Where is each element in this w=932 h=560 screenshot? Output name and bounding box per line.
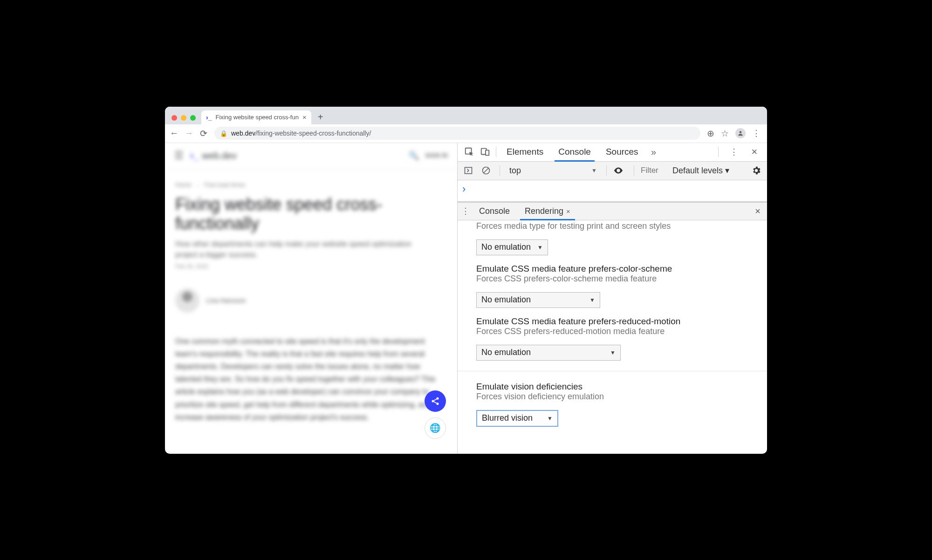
signin-link[interactable]: SIGN IN (425, 152, 448, 159)
prefers-reduced-motion-title: Emulate CSS media feature prefers-reduce… (476, 316, 748, 327)
search-icon[interactable]: 🔍 (409, 150, 419, 161)
console-prompt-icon: › (462, 183, 466, 195)
logo-mark-icon: ›_ (190, 150, 199, 162)
prefers-color-scheme-select[interactable]: No emulation ▼ (476, 292, 600, 308)
rendering-panel: Forces media type for testing print and … (458, 220, 767, 454)
install-icon[interactable]: ⊕ (707, 128, 714, 139)
page-subtitle: How other departments can help make your… (175, 239, 418, 260)
site-logo[interactable]: ›_ web.dev (190, 150, 237, 162)
tab-sources[interactable]: Sources (598, 143, 646, 161)
reload-button[interactable]: ⟳ (199, 128, 208, 139)
console-toolbar: top ▼ Default levels ▾ (458, 162, 767, 180)
new-tab-button[interactable]: + (314, 110, 327, 124)
tab-title: Fixing website speed cross-fun (215, 114, 298, 121)
drawer-tab-console[interactable]: Console (473, 203, 516, 220)
vision-deficiency-select[interactable]: Blurred vision ▼ (476, 410, 558, 427)
author-name: Lina Hansson (206, 297, 246, 304)
page-title: Fixing website speed cross-functionally (175, 195, 447, 233)
window-zoom-button[interactable] (190, 115, 196, 121)
article: Home › Fast load times Fixing website sp… (165, 169, 457, 436)
prefers-color-scheme-value: No emulation (481, 295, 531, 305)
window-minimize-button[interactable] (181, 115, 186, 121)
profile-button[interactable] (735, 128, 746, 138)
drawer-tab-rendering-label: Rendering (525, 206, 563, 216)
media-type-desc: Forces media type for testing print and … (476, 221, 748, 231)
author-avatar (175, 288, 199, 313)
vision-deficiency-value: Blurred vision (482, 413, 533, 423)
browser-menu-button[interactable]: ⋮ (752, 128, 761, 138)
url-host: web.dev (231, 130, 255, 137)
drawer-menu-button[interactable]: ⋮ (460, 206, 471, 216)
share-fab[interactable] (425, 390, 446, 412)
forward-button[interactable]: → (185, 128, 193, 138)
drawer-tabs: ⋮ Console Rendering × × (458, 203, 767, 220)
window-close-button[interactable] (171, 115, 177, 121)
more-tabs-icon[interactable]: » (646, 147, 662, 157)
live-expression-icon[interactable] (613, 165, 627, 176)
vision-deficiency-title: Emulate vision deficiencies (476, 382, 748, 392)
translate-fab[interactable]: 🌐 (425, 417, 446, 439)
console-settings-icon[interactable] (751, 165, 763, 176)
console-output[interactable]: › (458, 180, 767, 203)
context-value: top (509, 166, 521, 176)
content-split: ☰ ›_ web.dev 🔍 SIGN IN Home › Fast load … (165, 143, 767, 454)
execution-context-select[interactable]: top ▼ (507, 164, 600, 177)
address-bar: ← → ⟳ 🔒 web.dev/fixing-website-speed-cro… (165, 124, 767, 143)
close-tab-icon[interactable]: × (566, 207, 570, 215)
back-button[interactable]: ← (170, 128, 178, 138)
tab-close-button[interactable]: × (302, 113, 307, 121)
svg-rect-6 (486, 150, 489, 155)
tab-strip: ›_ Fixing website speed cross-fun × + (165, 107, 767, 124)
prefers-color-scheme-desc: Forces CSS prefers-color-scheme media fe… (476, 274, 748, 284)
tab-elements[interactable]: Elements (499, 143, 551, 161)
inspect-element-icon[interactable] (461, 147, 477, 157)
media-type-value: No emulation (481, 242, 531, 252)
browser-tab[interactable]: ›_ Fixing website speed cross-fun × (201, 110, 311, 124)
chevron-down-icon: ▼ (610, 349, 616, 356)
console-sidebar-toggle-icon[interactable] (461, 166, 475, 175)
drawer-tab-rendering[interactable]: Rendering × (518, 203, 577, 220)
crumb-home[interactable]: Home (175, 181, 192, 188)
breadcrumb: Home › Fast load times (175, 181, 447, 188)
devtools-panel: Elements Console Sources » ⋮ × (458, 143, 767, 454)
toolbar-right: ⊕ ☆ ⋮ (707, 128, 762, 139)
devtools-menu-button[interactable]: ⋮ (726, 147, 742, 157)
omnibox[interactable]: 🔒 web.dev/fixing-website-speed-cross-fun… (214, 127, 700, 140)
site-header: ☰ ›_ web.dev 🔍 SIGN IN (165, 143, 457, 169)
prefers-reduced-motion-desc: Forces CSS prefers-reduced-motion media … (476, 327, 748, 336)
favicon-icon: ›_ (206, 114, 212, 121)
window-controls (170, 115, 199, 124)
chevron-down-icon: ▼ (589, 297, 595, 303)
webpage-viewport: ☰ ›_ web.dev 🔍 SIGN IN Home › Fast load … (165, 143, 458, 454)
device-toolbar-icon[interactable] (477, 147, 493, 157)
site-name: web.dev (202, 150, 237, 161)
svg-point-0 (740, 131, 742, 133)
vision-deficiency-desc: Forces vision deficiency emulation (476, 392, 748, 402)
console-filter-input[interactable] (641, 166, 669, 175)
devtools-close-button[interactable]: × (747, 146, 762, 158)
devtools-tabs: Elements Console Sources » ⋮ × (458, 143, 767, 162)
svg-point-2 (432, 400, 434, 402)
author-block: Lina Hansson (175, 288, 447, 313)
drawer-close-button[interactable]: × (755, 206, 764, 217)
url-path: /fixing-website-speed-cross-functionally… (255, 130, 371, 137)
publish-date: Feb 28, 2020 (175, 263, 447, 270)
divider (458, 371, 767, 371)
chevron-down-icon: ▼ (537, 244, 543, 251)
lock-icon: 🔒 (220, 130, 227, 137)
log-levels-select[interactable]: Default levels ▾ (672, 165, 729, 176)
browser-window: ›_ Fixing website speed cross-fun × + ← … (165, 107, 767, 454)
media-type-select[interactable]: No emulation ▼ (476, 239, 548, 255)
menu-icon[interactable]: ☰ (174, 150, 184, 162)
tab-console[interactable]: Console (551, 143, 598, 161)
crumb-section[interactable]: Fast load times (204, 181, 245, 188)
prefers-reduced-motion-value: No emulation (481, 348, 531, 357)
article-body: One common myth connected to site speed … (175, 335, 447, 423)
clear-console-icon[interactable] (479, 166, 493, 175)
chevron-down-icon: ▼ (591, 167, 597, 174)
prefers-color-scheme-title: Emulate CSS media feature prefers-color-… (476, 264, 748, 274)
bookmark-icon[interactable]: ☆ (721, 128, 729, 139)
prefers-reduced-motion-select[interactable]: No emulation ▼ (476, 345, 621, 361)
chevron-down-icon: ▼ (547, 415, 553, 422)
